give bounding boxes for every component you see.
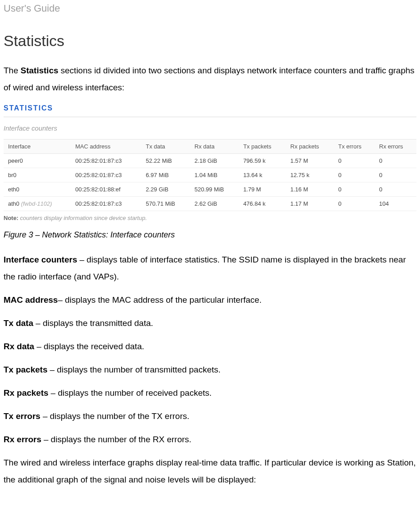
- table-cell: 0: [334, 182, 375, 197]
- table-row: ath0 (fwbd-1102)00:25:82:01:87:c3570.71 …: [4, 197, 416, 211]
- table-cell: 0: [334, 197, 375, 211]
- definition: Rx packets – displays the number of rece…: [4, 385, 416, 402]
- table-cell: 1.17 M: [286, 197, 334, 211]
- definition-text: – displays the transmitted data.: [34, 318, 153, 328]
- col-tx-packets: Tx packets: [239, 140, 286, 154]
- table-cell: 1.79 M: [239, 182, 286, 197]
- intro-prefix: The: [4, 66, 21, 75]
- table-cell: peer0: [4, 154, 71, 168]
- closing-paragraph: The wired and wireless interface graphs …: [4, 454, 416, 488]
- table-cell: 520.99 MiB: [190, 182, 239, 197]
- section-title: Statistics: [4, 32, 416, 50]
- interface-counters-table: Interface MAC address Tx data Rx data Tx…: [4, 139, 416, 211]
- table-cell: 1.16 M: [286, 182, 334, 197]
- table-cell: 2.18 GiB: [190, 154, 239, 168]
- table-row: br000:25:82:01:87:c36.97 MiB1.04 MiB13.6…: [4, 168, 416, 182]
- table-cell: 0: [334, 168, 375, 182]
- col-interface: Interface: [4, 140, 71, 154]
- definition: Tx errors – displays the number of the T…: [4, 408, 416, 425]
- table-cell: 0: [375, 182, 416, 197]
- col-rx-data: Rx data: [190, 140, 239, 154]
- table-cell: br0: [4, 168, 71, 182]
- definition: Interface counters – displays table of i…: [4, 251, 416, 285]
- table-cell: 12.75 k: [286, 168, 334, 182]
- definition-term: MAC address: [4, 295, 58, 305]
- document-header: User's Guide: [4, 3, 416, 14]
- table-cell: 570.71 MiB: [141, 197, 190, 211]
- ssid-label: (fwbd-1102): [21, 200, 52, 207]
- definition-term: Rx data: [4, 342, 34, 351]
- definition-text: – displays the MAC address of the partic…: [58, 295, 261, 305]
- table-cell: 00:25:82:01:87:c3: [71, 168, 141, 182]
- figure-caption: Figure 3 – Network Statistics: Interface…: [4, 230, 416, 240]
- definition-text: – displays the number of the RX errors.: [42, 435, 192, 444]
- table-cell: 00:25:82:01:88:ef: [71, 182, 141, 197]
- table-cell: 00:25:82:01:87:c3: [71, 197, 141, 211]
- definition-term: Rx errors: [4, 435, 42, 444]
- table-cell: eth0: [4, 182, 71, 197]
- definition-term: Tx data: [4, 318, 34, 328]
- definition: Tx packets – displays the number of tran…: [4, 361, 416, 378]
- table-row: eth000:25:82:01:88:ef2.29 GiB520.99 MiB1…: [4, 182, 416, 197]
- table-row: peer000:25:82:01:87:c352.22 MiB2.18 GiB7…: [4, 154, 416, 168]
- definition-text: – displays the number of the TX errors.: [40, 411, 189, 421]
- definition-text: – displays the number of received packet…: [48, 388, 211, 398]
- col-tx-data: Tx data: [141, 140, 190, 154]
- definition-term: Rx packets: [4, 388, 48, 398]
- note-text: counters display information since devic…: [18, 215, 147, 221]
- definition: Tx data – displays the transmitted data.: [4, 315, 416, 332]
- table-header-row: Interface MAC address Tx data Rx data Tx…: [4, 140, 416, 154]
- table-cell: 796.59 k: [239, 154, 286, 168]
- definition-text: – displays the received data.: [34, 342, 144, 351]
- intro-paragraph: The Statistics sections id divided into …: [4, 62, 416, 96]
- interface-counters-subtitle: Interface counters: [4, 124, 416, 132]
- table-cell: ath0 (fwbd-1102): [4, 197, 71, 211]
- divider: [4, 117, 416, 117]
- table-cell: 1.57 M: [286, 154, 334, 168]
- note-label: Note:: [4, 215, 18, 221]
- table-cell: 0: [334, 154, 375, 168]
- footnote: Note: counters display information since…: [4, 215, 416, 221]
- definition: Rx data – displays the received data.: [4, 338, 416, 355]
- definition-text: – displays the number of transmitted pac…: [47, 365, 221, 374]
- col-tx-errors: Tx errors: [334, 140, 375, 154]
- intro-bold: Statistics: [21, 66, 58, 75]
- definition-term: Interface counters: [4, 255, 77, 264]
- definition-term: Tx errors: [4, 411, 40, 421]
- table-cell: 6.97 MiB: [141, 168, 190, 182]
- definition: Rx errors – displays the number of the R…: [4, 431, 416, 448]
- table-cell: 00:25:82:01:87:c3: [71, 154, 141, 168]
- table-cell: 52.22 MiB: [141, 154, 190, 168]
- col-mac-address: MAC address: [71, 140, 141, 154]
- statistics-screenshot: STATISTICS Interface counters Interface …: [4, 104, 416, 221]
- definition-term: Tx packets: [4, 365, 47, 374]
- col-rx-errors: Rx errors: [375, 140, 416, 154]
- table-cell: 1.04 MiB: [190, 168, 239, 182]
- statistics-title: STATISTICS: [4, 104, 416, 112]
- table-cell: 2.62 GiB: [190, 197, 239, 211]
- col-rx-packets: Rx packets: [286, 140, 334, 154]
- definition: MAC address– displays the MAC address of…: [4, 292, 416, 309]
- table-cell: 2.29 GiB: [141, 182, 190, 197]
- table-cell: 0: [375, 154, 416, 168]
- table-cell: 0: [375, 168, 416, 182]
- intro-rest: sections id divided into two sections an…: [4, 66, 415, 92]
- table-cell: 476.84 k: [239, 197, 286, 211]
- table-cell: 13.64 k: [239, 168, 286, 182]
- table-cell: 104: [375, 197, 416, 211]
